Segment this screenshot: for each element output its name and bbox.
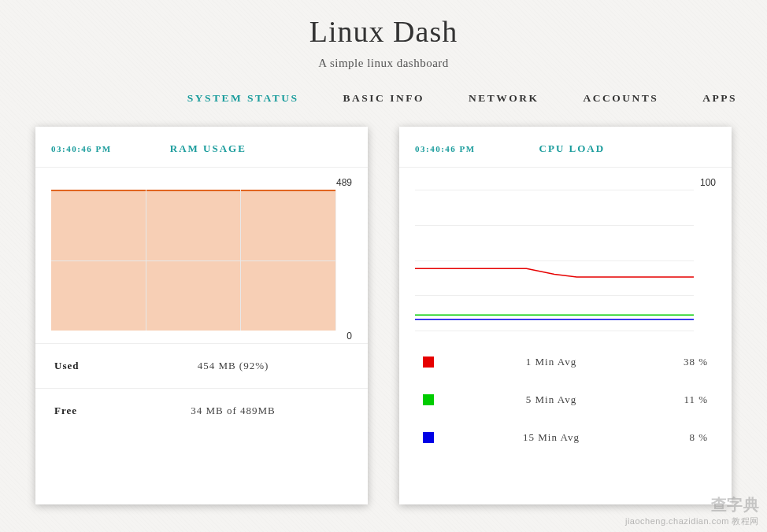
- cpu-card-title: CPU LOAD: [428, 142, 716, 155]
- main-nav: SYSTEM STATUS BASIC INFO NETWORK ACCOUNT…: [0, 70, 767, 119]
- cpu-legend-5min-value: 11 %: [669, 393, 708, 406]
- cpu-legend-15min-row: 15 Min Avg 8 %: [399, 419, 732, 456]
- ram-y-max-label: 489: [336, 177, 352, 188]
- cpu-legend: 1 Min Avg 38 % 5 Min Avg 11 % 15 Min Avg…: [399, 343, 732, 456]
- ram-free-value: 34 MB of 489MB: [117, 405, 349, 417]
- watermark: 查字典 jiaocheng.chazidian.com 教程网: [625, 494, 759, 527]
- ram-used-label: Used: [54, 360, 117, 372]
- ram-stats: Used 454 MB (92%) Free 34 MB of 489MB: [35, 343, 368, 433]
- ram-free-label: Free: [54, 405, 117, 417]
- cpu-legend-1min-row: 1 Min Avg 38 %: [399, 343, 732, 381]
- ram-y-min-label: 0: [346, 331, 352, 342]
- ram-usage-card: 03:40:46 PM RAM USAGE 489 0 Used 454 MB …: [35, 127, 368, 504]
- cpu-swatch-15min: [423, 432, 434, 443]
- cpu-load-card: 03:40:46 PM CPU LOAD 100: [399, 127, 732, 504]
- cpu-card-header: 03:40:46 PM CPU LOAD: [399, 127, 732, 168]
- nav-apps[interactable]: APPS: [702, 92, 737, 105]
- nav-system-status[interactable]: SYSTEM STATUS: [187, 92, 299, 105]
- watermark-line1: 查字典: [625, 494, 759, 515]
- cpu-legend-1min-label: 1 Min Avg: [434, 356, 669, 368]
- ram-stat-free-row: Free 34 MB of 489MB: [35, 388, 368, 433]
- watermark-line2: jiaocheng.chazidian.com 教程网: [625, 515, 759, 527]
- cpu-swatch-1min: [423, 357, 434, 368]
- nav-accounts[interactable]: ACCOUNTS: [583, 92, 658, 105]
- cpu-lines-svg: [415, 190, 694, 331]
- cpu-chart: 100: [415, 177, 716, 338]
- cpu-y-max-label: 100: [700, 177, 716, 188]
- cpu-grid-h4: [415, 331, 694, 331]
- ram-stat-used-row: Used 454 MB (92%): [35, 343, 368, 388]
- ram-grid-h1: [51, 260, 335, 261]
- ram-used-value: 454 MB (92%): [117, 360, 349, 372]
- cpu-plot-area: [415, 190, 694, 331]
- cpu-legend-5min-label: 5 Min Avg: [434, 393, 669, 406]
- ram-card-header: 03:40:46 PM RAM USAGE: [35, 127, 368, 168]
- ram-plot-area: [51, 190, 336, 331]
- page-header: Linux Dash A simple linux dashboard: [0, 0, 767, 70]
- cpu-legend-15min-value: 8 %: [669, 431, 708, 444]
- ram-chart: 489 0: [51, 177, 352, 338]
- cpu-legend-5min-row: 5 Min Avg 11 %: [399, 381, 732, 419]
- cpu-line-1min: [415, 268, 694, 277]
- cpu-swatch-5min: [423, 394, 434, 405]
- cpu-legend-15min-label: 15 Min Avg: [434, 431, 669, 444]
- page-subtitle: A simple linux dashboard: [0, 57, 767, 70]
- nav-network[interactable]: NETWORK: [469, 92, 539, 105]
- page-title: Linux Dash: [0, 14, 767, 49]
- ram-card-title: RAM USAGE: [65, 142, 352, 155]
- cpu-legend-1min-value: 38 %: [669, 356, 708, 368]
- nav-basic-info[interactable]: BASIC INFO: [343, 92, 424, 105]
- cards-container: 03:40:46 PM RAM USAGE 489 0 Used 454 MB …: [0, 119, 767, 512]
